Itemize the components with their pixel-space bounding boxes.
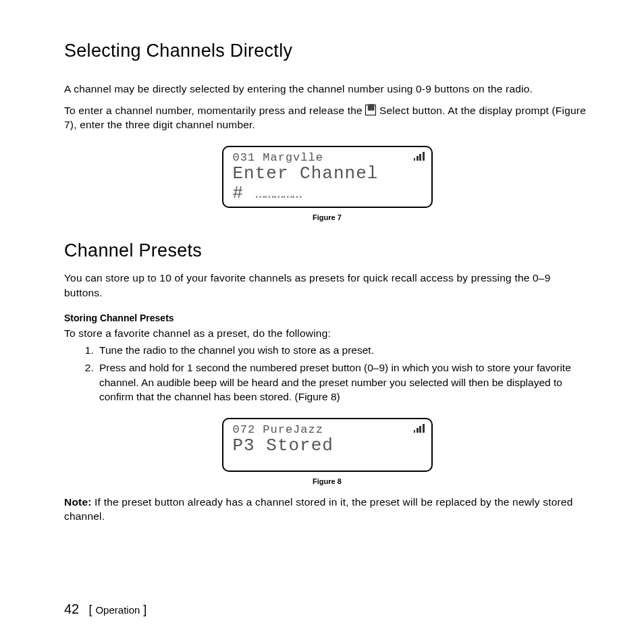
bracket-open: [ bbox=[88, 603, 95, 616]
note-text: If the preset button already has a chann… bbox=[64, 496, 573, 522]
lcd-main-line: P3 Stored bbox=[233, 436, 422, 456]
page-number: 42 bbox=[64, 601, 79, 616]
lcd-hash: # bbox=[233, 183, 255, 203]
page-footer: 42 [ Operation ] bbox=[64, 601, 146, 617]
figure-7: 031 Margvlle Enter Channel # bbox=[64, 146, 590, 208]
select-button-icon bbox=[365, 105, 376, 115]
lcd-display: 072 PureJazz P3 Stored bbox=[222, 418, 433, 472]
figure-8: 072 PureJazz P3 Stored bbox=[64, 418, 590, 472]
signal-icon bbox=[414, 153, 425, 161]
heading-selecting-channels: Selecting Channels Directly bbox=[64, 41, 590, 61]
paragraph: To store a favorite channel as a preset,… bbox=[64, 326, 590, 341]
figure-8-caption: Figure 8 bbox=[64, 477, 590, 485]
heading-channel-presets: Channel Presets bbox=[64, 240, 590, 261]
manual-page: Selecting Channels Directly A channel ma… bbox=[0, 0, 644, 644]
paragraph: You can store up to 10 of your favorite … bbox=[64, 271, 590, 300]
figure-7-caption: Figure 7 bbox=[64, 213, 590, 221]
subheading-storing-presets: Storing Channel Presets bbox=[64, 313, 590, 323]
paragraph: A channel may be directly selected by en… bbox=[64, 82, 590, 97]
lcd-prompt-line: # bbox=[233, 184, 422, 203]
section-name: Operation bbox=[95, 604, 140, 616]
note-label: Note: bbox=[64, 496, 92, 508]
list-item: Tune the radio to the channel you wish t… bbox=[97, 343, 590, 358]
bracket-close: ] bbox=[140, 603, 146, 616]
steps-list: Tune the radio to the channel you wish t… bbox=[64, 343, 590, 404]
lcd-display: 031 Margvlle Enter Channel # bbox=[222, 146, 433, 208]
lcd-main-line: Enter Channel bbox=[233, 164, 422, 184]
paragraph: To enter a channel number, momentarily p… bbox=[64, 103, 590, 132]
list-item: Press and hold for 1 second the numbered… bbox=[97, 360, 590, 404]
lcd-cursor-dots bbox=[255, 183, 301, 203]
text-fragment: To enter a channel number, momentarily p… bbox=[64, 105, 365, 116]
note-paragraph: Note: If the preset button already has a… bbox=[64, 495, 590, 524]
lcd-top-line: 031 Margvlle bbox=[233, 151, 422, 164]
lcd-top-line: 072 PureJazz bbox=[233, 423, 422, 436]
signal-icon bbox=[414, 425, 425, 433]
